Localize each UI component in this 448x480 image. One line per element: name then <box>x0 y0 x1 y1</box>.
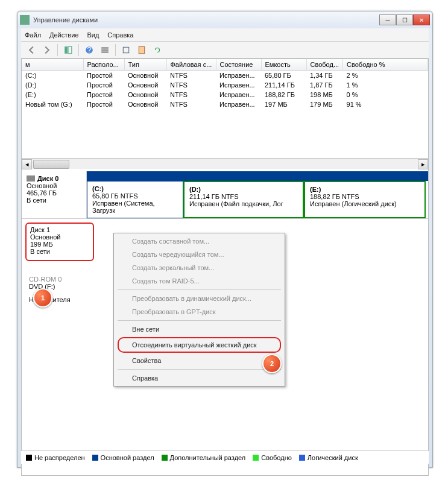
action-icon-1[interactable] <box>119 43 133 57</box>
menu-file[interactable]: Файл <box>25 31 41 39</box>
menu-bar: Файл Действие Вид Справка <box>21 28 429 42</box>
table-row[interactable]: (C:)ПростойОсновнойNTFSИсправен...65,80 … <box>22 71 428 81</box>
show-hide-button[interactable] <box>62 43 75 57</box>
scroll-thumb[interactable] <box>33 160 69 169</box>
col-type[interactable]: Тип <box>124 59 166 71</box>
ctx-offline[interactable]: Вне сети <box>115 323 283 336</box>
minimize-button[interactable]: ─ <box>379 14 396 25</box>
table-row[interactable]: Новый том (G:)ПростойОсновнойNTFSИсправе… <box>22 99 428 109</box>
col-status[interactable]: Состояние <box>216 59 261 71</box>
col-freepct[interactable]: Свободно % <box>343 59 428 71</box>
disk-0-row: Диск 0 Основной 465,76 ГБ В сети (C:) 65… <box>22 171 428 219</box>
content-area: м Располо... Тип Файловая с... Состояние… <box>21 58 429 476</box>
table-header-row: м Располо... Тип Файловая с... Состояние… <box>22 59 428 71</box>
table-row[interactable]: (D:)ПростойОсновнойNTFSИсправен...211,14… <box>22 80 428 90</box>
back-button[interactable] <box>25 43 38 57</box>
list-button[interactable] <box>98 43 112 57</box>
legend-swatch-unalloc <box>26 455 32 461</box>
scroll-right-icon[interactable]: ▸ <box>418 159 428 169</box>
horizontal-scrollbar[interactable]: ◂ ▸ <box>22 159 428 169</box>
volume-table: м Располо... Тип Файловая с... Состояние… <box>22 59 428 159</box>
partition-c[interactable]: (C:) 65,80 ГБ NTFS Исправен (Система, За… <box>87 181 183 218</box>
legend-swatch-primary <box>92 455 98 461</box>
col-name[interactable]: м <box>22 59 83 71</box>
svg-rect-7 <box>123 47 128 52</box>
svg-rect-0 <box>65 46 68 54</box>
ctx-create-mirror: Создать зеркальный том... <box>115 261 283 274</box>
svg-text:?: ? <box>87 46 91 54</box>
ctx-create-spanned: Создать составной том... <box>115 235 283 248</box>
svg-rect-6 <box>101 51 109 52</box>
refresh-icon[interactable] <box>151 43 164 57</box>
ctx-convert-gpt: Преобразовать в GPT-диск <box>115 305 283 318</box>
svg-rect-8 <box>139 46 144 54</box>
titlebar[interactable]: Управление дисками ─ ☐ ✕ <box>17 11 432 28</box>
legend-swatch-free <box>253 455 259 461</box>
ctx-properties[interactable]: Свойства <box>115 354 283 367</box>
maximize-button[interactable]: ☐ <box>396 14 413 25</box>
partition-e[interactable]: (E:) 188,82 ГБ NTFS Исправен (Логический… <box>304 181 426 218</box>
disk-map-area: Диск 0 Основной 465,76 ГБ В сети (C:) 65… <box>22 169 428 475</box>
legend: Не распределен Основной раздел Дополните… <box>21 450 429 464</box>
menu-help[interactable]: Справка <box>107 31 133 39</box>
col-layout[interactable]: Располо... <box>83 59 124 71</box>
legend-swatch-logical <box>299 455 305 461</box>
col-capacity[interactable]: Емкость <box>261 59 306 71</box>
table-row[interactable]: (E:)ПростойОсновнойNTFSИсправен...188,82… <box>22 90 428 99</box>
disk-0-header-bar <box>87 171 428 181</box>
callout-2: 2 <box>262 354 282 373</box>
svg-rect-4 <box>101 47 109 48</box>
col-fs[interactable]: Файловая с... <box>166 59 216 71</box>
window-frame: Управление дисками ─ ☐ ✕ Файл Действие В… <box>17 11 433 468</box>
help-button[interactable]: ? <box>83 43 96 57</box>
window-title: Управление дисками <box>33 16 379 24</box>
ctx-detach-vhd[interactable]: Отсоединить виртуальный жесткий диск <box>119 338 280 352</box>
context-menu: Создать составной том... Создать чередую… <box>113 233 285 387</box>
col-free[interactable]: Свобод... <box>306 59 343 71</box>
disk-0-info[interactable]: Диск 0 Основной 465,76 ГБ В сети <box>22 171 87 218</box>
disk-icon <box>27 175 35 182</box>
toolbar: ? <box>21 42 429 58</box>
svg-rect-5 <box>101 49 109 50</box>
forward-button[interactable] <box>40 43 54 57</box>
properties-icon[interactable] <box>135 43 148 57</box>
menu-action[interactable]: Действие <box>49 31 78 39</box>
callout-1: 1 <box>33 288 52 308</box>
ctx-create-striped: Создать чередующийся том... <box>115 248 283 261</box>
legend-swatch-extended <box>162 455 168 461</box>
menu-view[interactable]: Вид <box>87 31 99 39</box>
close-button[interactable]: ✕ <box>413 14 430 25</box>
partition-d[interactable]: (D:) 211,14 ГБ NTFS Исправен (Файл подка… <box>183 181 304 218</box>
ctx-create-raid5: Создать том RAID-5... <box>115 274 283 288</box>
ctx-help[interactable]: Справка <box>115 371 283 385</box>
svg-rect-1 <box>68 46 72 54</box>
ctx-convert-dynamic: Преобразовать в динамический диск... <box>115 292 283 305</box>
scroll-left-icon[interactable]: ◂ <box>22 159 32 169</box>
disk-1-info[interactable]: Диск 1 Основной 199 МБ В сети <box>25 223 94 261</box>
app-icon <box>20 15 30 25</box>
ctx-detach-vhd-highlight: Отсоединить виртуальный жесткий диск <box>118 337 281 353</box>
